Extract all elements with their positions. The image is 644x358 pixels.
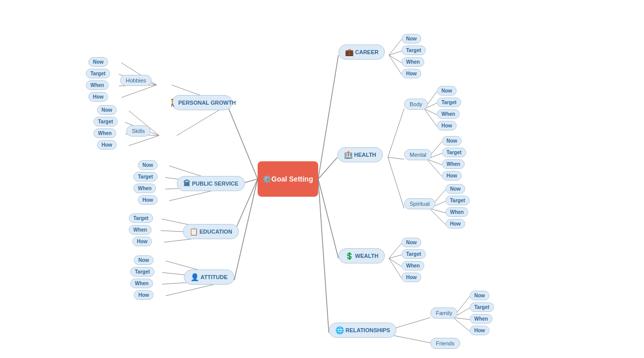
spiritual-sub-node[interactable]: Spiritual (404, 198, 435, 209)
career-target-text: Target (406, 48, 421, 53)
mental-target-text: Target (447, 150, 462, 155)
ps-when-leaf[interactable]: When (133, 184, 156, 193)
body-how-leaf[interactable]: How (437, 121, 457, 130)
svg-line-3 (318, 179, 329, 333)
center-node[interactable]: ⚙️ Goal Setting (258, 161, 318, 197)
family-now-leaf[interactable]: Now (470, 291, 489, 300)
mental-how-text: How (447, 173, 457, 178)
body-now-leaf[interactable]: Now (437, 86, 457, 96)
body-now-text: Now (441, 88, 452, 94)
hobbies-now-leaf[interactable]: Now (88, 57, 108, 67)
hobbies-when-leaf[interactable]: When (86, 80, 109, 90)
career-node[interactable]: 💼 CAREER (338, 44, 385, 60)
spiritual-now-leaf[interactable]: Now (445, 184, 465, 194)
family-now-text: Now (474, 293, 485, 298)
career-when-leaf[interactable]: When (402, 57, 424, 67)
mental-label: Mental (410, 152, 426, 158)
spiritual-when-text: When (450, 209, 464, 215)
svg-line-42 (121, 85, 157, 98)
family-target-leaf[interactable]: Target (470, 302, 494, 312)
svg-line-12 (388, 109, 404, 157)
public-service-node[interactable]: 🏛 PUBLIC SERVICE (177, 176, 245, 191)
att-target-text: Target (135, 269, 150, 275)
skills-label: Skills (132, 128, 145, 134)
spiritual-target-leaf[interactable]: Target (445, 196, 470, 205)
hobbies-how-leaf[interactable]: How (88, 92, 108, 102)
family-sub-node[interactable]: Family (430, 307, 458, 319)
clipboard-icon: 📋 (189, 228, 198, 236)
body-how-text: How (441, 123, 452, 128)
spiritual-when-leaf[interactable]: When (445, 207, 468, 217)
mind-map: ⚙️ Goal Setting 💼 CAREER Now Target When… (0, 0, 644, 358)
education-node[interactable]: 📋 EDUCATION (183, 224, 239, 239)
edu-how-text: How (137, 239, 147, 244)
mental-when-text: When (447, 161, 460, 167)
globe-icon: 🌐 (335, 326, 344, 334)
att-now-leaf[interactable]: Now (134, 255, 154, 265)
spiritual-how-leaf[interactable]: How (445, 219, 465, 229)
family-when-leaf[interactable]: When (470, 314, 492, 324)
public-service-label: PUBLIC SERVICE (192, 181, 238, 187)
hobbies-target-leaf[interactable]: Target (86, 69, 110, 78)
wealth-when-leaf[interactable]: When (402, 261, 424, 271)
edu-when-leaf[interactable]: When (129, 225, 152, 235)
mental-now-leaf[interactable]: Now (442, 136, 462, 146)
family-how-leaf[interactable]: How (470, 326, 489, 335)
wealth-node[interactable]: 💲 WEALTH (338, 248, 385, 263)
skills-when-leaf[interactable]: When (93, 128, 116, 138)
att-when-leaf[interactable]: When (130, 279, 153, 288)
svg-line-10 (389, 55, 402, 63)
svg-line-46 (129, 136, 159, 146)
wealth-now-leaf[interactable]: Now (402, 238, 421, 247)
skills-sub-node[interactable]: Skills (126, 125, 151, 137)
edu-target-leaf[interactable]: Target (129, 213, 153, 223)
wealth-target-leaf[interactable]: Target (402, 249, 426, 259)
hobbies-sub-node[interactable]: Hobbies (120, 75, 152, 86)
mental-how-leaf[interactable]: How (442, 171, 462, 181)
att-how-leaf[interactable]: How (134, 290, 154, 300)
attitude-label: ATTITUDE (201, 274, 228, 280)
body-sub-node[interactable]: Body (404, 99, 428, 110)
mental-target-leaf[interactable]: Target (442, 148, 466, 157)
education-label: EDUCATION (200, 229, 232, 235)
body-target-leaf[interactable]: Target (437, 98, 461, 107)
career-target-leaf[interactable]: Target (402, 46, 426, 55)
person-icon: 🚶 (168, 99, 177, 107)
svg-line-11 (389, 55, 402, 74)
wealth-now-text: Now (406, 240, 417, 245)
hobbies-how-text: How (93, 94, 104, 100)
wealth-target-text: Target (406, 251, 421, 257)
svg-line-22 (427, 159, 442, 176)
personal-growth-node[interactable]: 🚶 PERSONAL GROWTH (172, 95, 232, 110)
hobbies-label: Hobbies (126, 77, 146, 83)
family-how-text: How (474, 328, 485, 333)
svg-line-14 (388, 157, 404, 208)
mental-sub-node[interactable]: Mental (404, 149, 432, 160)
person2-icon: 👤 (190, 273, 199, 281)
skills-now-leaf[interactable]: Now (97, 105, 117, 115)
attitude-node[interactable]: 👤 ATTITUDE (184, 270, 234, 285)
svg-line-2 (318, 179, 338, 258)
ps-target-leaf[interactable]: Target (133, 172, 158, 182)
mental-when-leaf[interactable]: When (442, 159, 465, 169)
svg-line-21 (427, 159, 442, 165)
svg-line-1 (318, 157, 337, 179)
career-how-leaf[interactable]: How (402, 69, 421, 78)
relationships-node[interactable]: 🌐 RELATIONSHIPS (329, 323, 397, 338)
att-when-text: When (135, 281, 148, 286)
edu-how-leaf[interactable]: How (132, 237, 152, 246)
health-node[interactable]: 🏥 HEALTH (337, 147, 383, 162)
career-now-text: Now (406, 36, 417, 41)
svg-line-26 (429, 208, 445, 225)
svg-line-4 (227, 105, 258, 179)
svg-line-36 (453, 318, 470, 331)
skills-target-leaf[interactable]: Target (93, 117, 118, 126)
wealth-how-leaf[interactable]: How (402, 273, 421, 282)
ps-how-leaf[interactable]: How (138, 195, 158, 205)
body-when-leaf[interactable]: When (437, 109, 460, 119)
att-target-leaf[interactable]: Target (130, 267, 155, 277)
ps-now-leaf[interactable]: Now (138, 160, 158, 170)
career-now-leaf[interactable]: Now (402, 34, 421, 43)
friends-sub-node[interactable]: Friends (430, 338, 460, 349)
skills-how-leaf[interactable]: How (97, 140, 117, 150)
